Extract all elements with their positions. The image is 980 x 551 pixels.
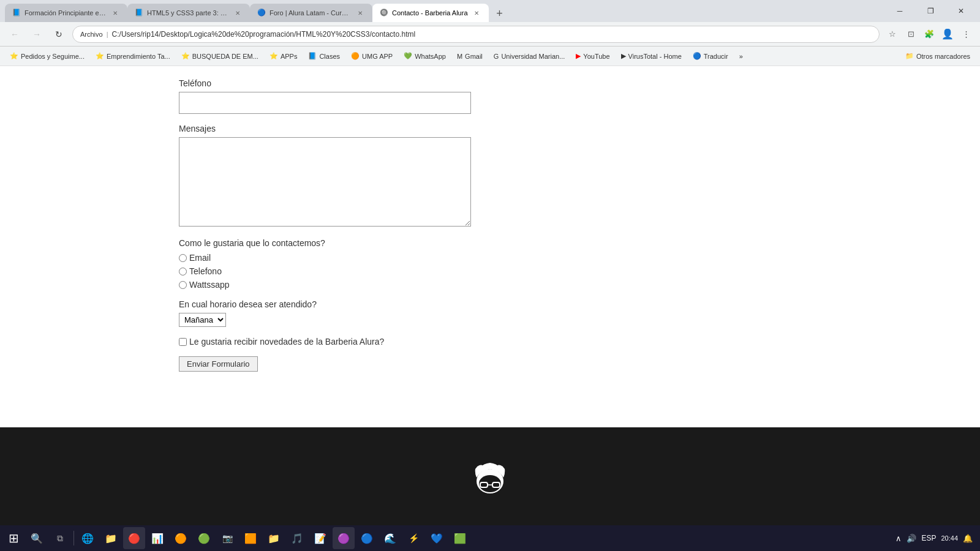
bookmark-emprendimiento-label: Emprendimiento Ta...	[107, 53, 170, 60]
mensajes-textarea[interactable]	[179, 137, 471, 227]
taskbar-start-button[interactable]: ⊞	[2, 527, 24, 549]
forward-button[interactable]: →	[28, 26, 45, 43]
bookmark-youtube[interactable]: ▶ YouTube	[571, 49, 614, 64]
taskbar-app-edge2[interactable]: 🌊	[379, 527, 401, 549]
taskbar-app-edge[interactable]: 🌐	[77, 527, 99, 549]
omnibox[interactable]: Archivo | C:/Users/rip14/Desktop/Logica%…	[72, 26, 880, 43]
bookmark-clases[interactable]: 📘 Clases	[303, 49, 345, 64]
close-button[interactable]: ✕	[947, 2, 975, 20]
radio-email[interactable]: Email	[179, 253, 801, 263]
taskbar-app-square1[interactable]: 🟧	[239, 527, 262, 549]
tab-4-close[interactable]: ✕	[472, 8, 481, 18]
taskbar-app-folder2[interactable]: 📁	[263, 527, 285, 549]
taskbar-app-green[interactable]: 🟩	[449, 527, 471, 549]
bookmark-umg-label: UMG APP	[362, 53, 393, 60]
taskbar-app-explorer[interactable]: 📁	[100, 527, 122, 549]
taskbar-app-spotify[interactable]: 🟢	[193, 527, 215, 549]
tab-4[interactable]: 🔘 Contacto - Barberia Alura ✕	[372, 4, 489, 22]
restore-button[interactable]: ❐	[916, 2, 944, 20]
taskbar-app-word[interactable]: 📝	[309, 527, 331, 549]
tab-1[interactable]: 📘 Formación Principiante en Progr... ✕	[5, 4, 127, 22]
taskbar-taskview-button[interactable]: ⧉	[49, 527, 71, 549]
bookmark-traducir-label: Traducir	[704, 53, 728, 60]
taskbar-network-icon: 🔊	[907, 534, 916, 543]
footer-logo	[466, 452, 514, 501]
tabs-area: 📘 Formación Principiante en Progr... ✕ 📘…	[5, 0, 883, 22]
bookmark-umg-icon: 🟠	[351, 52, 360, 60]
bookmark-umg[interactable]: 🟠 UMG APP	[346, 49, 398, 64]
radio-telefono[interactable]: Telefono	[179, 266, 801, 276]
omnibox-actions: ☆ ⊡ 🧩 👤 ⋮	[884, 26, 974, 42]
window-controls: ─ ❐ ✕	[886, 2, 975, 20]
taskbar: ⊞ 🔍 ⧉ 🌐 📁 🔴 📊 🟠 🟢 📷 🟧 📁 🎵 📝 🟣 🔵 🌊 ⚡ 💙 🟩 …	[0, 525, 980, 551]
new-tab-button[interactable]: +	[491, 5, 508, 22]
bookmark-gmail[interactable]: M Gmail	[452, 49, 488, 64]
bookmark-whatsapp-icon: 💚	[404, 52, 412, 60]
tab-3-close[interactable]: ✕	[355, 8, 365, 18]
schedule-group: En cual horario desea ser atendido? Maña…	[179, 299, 801, 327]
bookmark-virustotal[interactable]: ▶ VirusTotal - Home	[616, 49, 687, 64]
bookmark-busqueda[interactable]: ⭐ BUSQUEDA DE EM...	[176, 49, 263, 64]
omnibox-url[interactable]: C:/Users/rip14/Desktop/Logica%20de%20pro…	[112, 30, 872, 39]
bookmark-traducir-icon: 🔵	[693, 52, 701, 60]
profile-avatar-icon[interactable]: 👤	[940, 26, 956, 42]
protocol-label: Archivo	[80, 31, 103, 38]
bookmark-virustotal-label: VirusTotal - Home	[628, 53, 682, 60]
bookmark-emprendimiento[interactable]: ⭐ Emprendimiento Ta...	[91, 49, 175, 64]
taskbar-app-orange[interactable]: 🟠	[170, 527, 192, 549]
radio-email-input[interactable]	[179, 254, 187, 262]
form-area: Teléfono Mensajes Como le gustaria que l…	[0, 66, 980, 427]
tab-1-title: Formación Principiante en Progr...	[24, 9, 107, 17]
schedule-select[interactable]: Mañana Tarde Noche	[179, 313, 226, 327]
radio-telefono-label: Telefono	[189, 266, 222, 276]
mensajes-label: Mensajes	[179, 124, 801, 133]
taskbar-app-music[interactable]: 🎵	[286, 527, 308, 549]
taskbar-app-chrome[interactable]: 🔵	[356, 527, 378, 549]
mensajes-group: Mensajes	[179, 124, 801, 228]
taskbar-app-vscode[interactable]: 💙	[426, 527, 448, 549]
tab-3[interactable]: 🔵 Foro | Alura Latam - Cursos onlin... ✕	[250, 4, 372, 22]
bookmark-more-label: »	[739, 53, 743, 60]
tab-2-close[interactable]: ✕	[233, 8, 243, 18]
bookmark-universidad[interactable]: G Universidad Marian...	[489, 49, 570, 64]
taskbar-app-camera[interactable]: 📷	[216, 527, 238, 549]
taskbar-app-red1[interactable]: 🔴	[123, 527, 145, 549]
screen-mirror-icon[interactable]: ⊡	[903, 26, 919, 42]
bookmarks-bar: ⭐ Pedidos y Seguime... ⭐ Emprendimiento …	[0, 47, 980, 66]
bookmark-whatsapp[interactable]: 💚 WhatsApp	[399, 49, 451, 64]
taskbar-search-button[interactable]: 🔍	[26, 527, 48, 549]
taskbar-notification-icon[interactable]: 🔔	[963, 534, 973, 543]
bookmark-whatsapp-label: WhatsApp	[415, 53, 446, 60]
reload-button[interactable]: ↻	[50, 26, 67, 43]
extension-puzzle-icon[interactable]: 🧩	[921, 26, 937, 42]
taskbar-chevron-up[interactable]: ∧	[895, 534, 902, 543]
radio-wattssapp[interactable]: Wattssapp	[179, 280, 801, 290]
bookmark-pedidos[interactable]: ⭐ Pedidos y Seguime...	[5, 49, 89, 64]
chrome-menu-icon[interactable]: ⋮	[958, 26, 974, 42]
radio-telefono-input[interactable]	[179, 268, 187, 276]
taskbar-app-excel[interactable]: 📊	[146, 527, 168, 549]
tab-4-favicon: 🔘	[380, 9, 388, 17]
taskbar-app-brave[interactable]: 🟣	[333, 527, 355, 549]
bookmark-traducir[interactable]: 🔵 Traducir	[688, 49, 733, 64]
radio-wattssapp-input[interactable]	[179, 281, 187, 289]
tab-2[interactable]: 📘 HTML5 y CSS3 parte 3: Trabaján... ✕	[127, 4, 250, 22]
bookmark-more[interactable]: »	[734, 49, 748, 64]
minimize-button[interactable]: ─	[886, 2, 914, 20]
bookmark-clases-label: Clases	[319, 53, 340, 60]
bookmark-apps[interactable]: ⭐ APPs	[265, 49, 303, 64]
contact-radio-group: Email Telefono Wattssapp	[179, 253, 801, 290]
bookmark-star-icon[interactable]: ☆	[884, 26, 900, 42]
bookmark-pedidos-label: Pedidos y Seguime...	[21, 53, 85, 60]
bookmark-gmail-icon: M	[457, 53, 462, 60]
tab-4-title: Contacto - Barberia Alura	[392, 9, 468, 17]
bookmark-otros[interactable]: 📁 Otros marcadores	[900, 49, 975, 64]
tab-1-close[interactable]: ✕	[110, 8, 120, 18]
newsletter-checkbox-label[interactable]: Le gustaria recibir novedades de la Barb…	[179, 337, 801, 347]
taskbar-app-red2[interactable]: ⚡	[402, 527, 424, 549]
submit-button[interactable]: Enviar Formulario	[179, 356, 258, 372]
newsletter-checkbox[interactable]	[179, 338, 187, 346]
telefono-input[interactable]	[179, 92, 471, 114]
back-button[interactable]: ←	[6, 26, 23, 43]
tab-2-favicon: 📘	[135, 9, 143, 17]
